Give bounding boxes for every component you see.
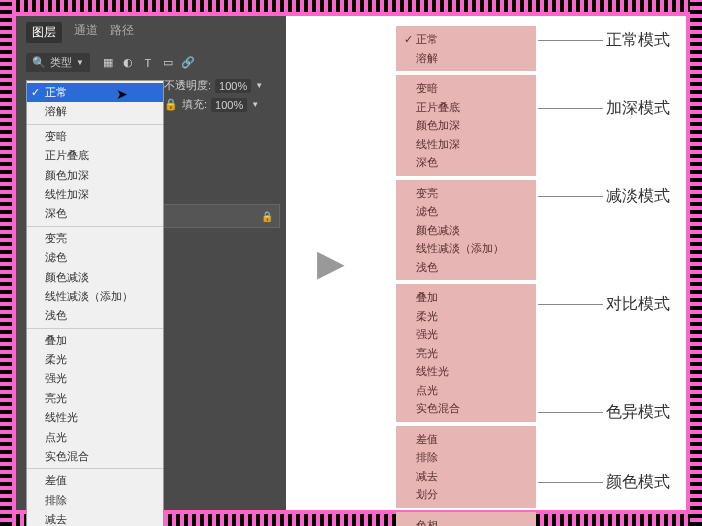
- fill-value[interactable]: 100%: [211, 98, 247, 112]
- blend-lighten[interactable]: 变亮: [27, 229, 163, 248]
- blend-pinlight[interactable]: 点光: [27, 428, 163, 447]
- tab-paths[interactable]: 路径: [110, 22, 134, 43]
- border-top: [0, 0, 702, 12]
- category-darken: 变暗 正片叠底 颜色加深 线性加深 深色: [396, 75, 536, 176]
- lock-icon: 🔒: [261, 211, 273, 222]
- search-icon: 🔍: [32, 56, 46, 69]
- blend-overlay[interactable]: 叠加: [27, 331, 163, 350]
- connector-line: [538, 196, 603, 197]
- blend-linearburn[interactable]: 线性加深: [27, 185, 163, 204]
- cat-item: 变亮: [404, 184, 528, 203]
- connector-line: [538, 40, 603, 41]
- filter-icons: ▦ ◐ T ▭ 🔗: [102, 57, 194, 69]
- blend-hardlight[interactable]: 强光: [27, 369, 163, 388]
- cat-item: 浅色: [404, 258, 528, 277]
- cat-item: 正片叠底: [404, 98, 528, 117]
- cat-item: 划分: [404, 485, 528, 504]
- connector-line: [538, 108, 603, 109]
- type-label: 类型: [50, 55, 72, 70]
- cat-item: 排除: [404, 448, 528, 467]
- label-difference: 色异模式: [606, 402, 670, 423]
- cat-item: 深色: [404, 153, 528, 172]
- opacity-label: 不透明度:: [164, 78, 211, 93]
- label-contrast: 对比模式: [606, 294, 670, 315]
- layer-toolbar: 🔍 类型 ▼ ▦ ◐ T ▭ 🔗: [16, 49, 286, 76]
- arrow-right-icon: ▶: [286, 16, 376, 510]
- border-left: [0, 0, 12, 526]
- blend-colorburn[interactable]: 颜色加深: [27, 166, 163, 185]
- blend-multiply[interactable]: 正片叠底: [27, 146, 163, 165]
- cat-item: 溶解: [404, 49, 528, 68]
- blend-lineardodge[interactable]: 线性减淡（添加）: [27, 287, 163, 306]
- label-color: 颜色模式: [606, 472, 670, 493]
- fill-row: 🔒 填充: 100% ▼: [164, 95, 280, 114]
- blend-exclusion[interactable]: 排除: [27, 491, 163, 510]
- cat-item: 强光: [404, 325, 528, 344]
- blend-group-difference: 差值 排除 减去 划分: [27, 469, 163, 526]
- cat-item: 颜色减淡: [404, 221, 528, 240]
- connector-line: [538, 412, 603, 413]
- blend-darken[interactable]: 变暗: [27, 127, 163, 146]
- cat-item: 正常: [404, 30, 528, 49]
- category-normal: 正常 溶解: [396, 26, 536, 71]
- root: 图层 通道 路径 🔍 类型 ▼ ▦ ◐ T ▭ 🔗: [0, 0, 702, 526]
- opacity-value[interactable]: 100%: [215, 79, 251, 93]
- blend-group-lighten: 变亮 滤色 颜色减淡 线性减淡（添加） 浅色: [27, 227, 163, 329]
- category-difference: 差值 排除 减去 划分: [396, 426, 536, 508]
- cat-item: 实色混合: [404, 399, 528, 418]
- panel-tabs: 图层 通道 路径: [16, 16, 286, 49]
- cat-item: 叠加: [404, 288, 528, 307]
- smartobj-filter-icon[interactable]: 🔗: [182, 57, 194, 69]
- opacity-row: 不透明度: 100% ▼: [164, 76, 280, 95]
- blend-difference[interactable]: 差值: [27, 471, 163, 490]
- cat-item: 线性减淡（添加）: [404, 239, 528, 258]
- blend-hardmix[interactable]: 实色混合: [27, 447, 163, 466]
- chevron-down-icon[interactable]: ▼: [255, 81, 263, 90]
- category-contrast: 叠加 柔光 强光 亮光 线性光 点光 实色混合: [396, 284, 536, 422]
- chevron-down-icon[interactable]: ▼: [251, 100, 259, 109]
- content-area: 图层 通道 路径 🔍 类型 ▼ ▦ ◐ T ▭ 🔗: [16, 16, 686, 510]
- type-filter-dropdown[interactable]: 🔍 类型 ▼: [26, 53, 90, 72]
- blend-darkercolor[interactable]: 深色: [27, 204, 163, 223]
- cat-item: 减去: [404, 467, 528, 486]
- blend-lightercolor[interactable]: 浅色: [27, 306, 163, 325]
- connector-line: [538, 304, 603, 305]
- blend-colordodge[interactable]: 颜色减淡: [27, 268, 163, 287]
- label-darken: 加深模式: [606, 98, 670, 119]
- cat-item: 变暗: [404, 79, 528, 98]
- cat-item: 线性加深: [404, 135, 528, 154]
- cat-item: 滤色: [404, 202, 528, 221]
- cat-item: 亮光: [404, 344, 528, 363]
- blend-screen[interactable]: 滤色: [27, 248, 163, 267]
- tab-channels[interactable]: 通道: [74, 22, 98, 43]
- blend-group-contrast: 叠加 柔光 强光 亮光 线性光 点光 实色混合: [27, 329, 163, 470]
- connector-line: [538, 482, 603, 483]
- blend-linearlight[interactable]: 线性光: [27, 408, 163, 427]
- shape-filter-icon[interactable]: ▭: [162, 57, 174, 69]
- category-lighten: 变亮 滤色 颜色减淡 线性减淡（添加） 浅色: [396, 180, 536, 281]
- adjustment-filter-icon[interactable]: ◐: [122, 57, 134, 69]
- lock-icon[interactable]: 🔒: [164, 98, 178, 111]
- photoshop-panel: 图层 通道 路径 🔍 类型 ▼ ▦ ◐ T ▭ 🔗: [16, 16, 286, 510]
- blend-group-darken: 变暗 正片叠底 颜色加深 线性加深 深色: [27, 125, 163, 227]
- cat-item: 色相: [404, 516, 528, 527]
- label-normal: 正常模式: [606, 30, 670, 51]
- tab-layers[interactable]: 图层: [26, 22, 62, 43]
- cat-item: 点光: [404, 381, 528, 400]
- blend-subtract[interactable]: 减去: [27, 510, 163, 526]
- cat-item: 差值: [404, 430, 528, 449]
- text-filter-icon[interactable]: T: [142, 57, 154, 69]
- cat-item: 颜色加深: [404, 116, 528, 135]
- cat-item: 线性光: [404, 362, 528, 381]
- image-filter-icon[interactable]: ▦: [102, 57, 114, 69]
- blend-dissolve[interactable]: 溶解: [27, 102, 163, 121]
- blend-group-normal: 正常 溶解: [27, 81, 163, 125]
- category-color: 色相 饱和度 颜色 明度: [396, 512, 536, 527]
- blend-normal[interactable]: 正常: [27, 83, 163, 102]
- blend-mode-dropdown: 正常 溶解 变暗 正片叠底 颜色加深 线性加深 深色 变亮 滤色 颜色减淡 线性…: [26, 80, 164, 526]
- blend-vividlight[interactable]: 亮光: [27, 389, 163, 408]
- layer-properties: 不透明度: 100% ▼ 🔒 填充: 100% ▼ 🔒: [164, 76, 280, 228]
- fill-label: 填充:: [182, 97, 207, 112]
- blend-softlight[interactable]: 柔光: [27, 350, 163, 369]
- category-diagram: 正常 溶解 变暗 正片叠底 颜色加深 线性加深 深色 变亮 滤色 颜色减淡 线性…: [376, 16, 686, 510]
